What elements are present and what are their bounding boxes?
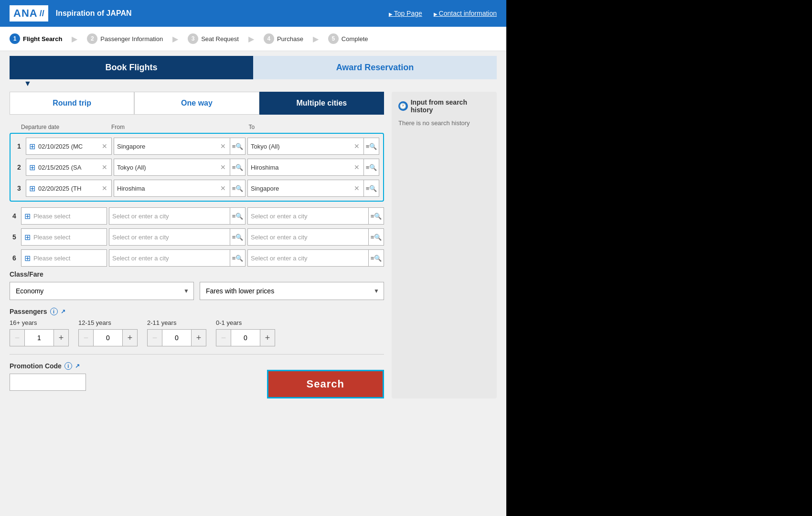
- book-flights-tab[interactable]: Book Flights: [10, 56, 253, 79]
- passengers-row: 16+ years − 1 + 12-15 years −: [10, 319, 384, 346]
- infant-plus-btn[interactable]: +: [260, 329, 275, 346]
- row-num-6: 6: [10, 254, 19, 262]
- flight-row-4: 4 ⊞ Please select Select or enter a city…: [10, 207, 384, 225]
- teen-plus-btn[interactable]: +: [122, 329, 138, 346]
- departure-date-5[interactable]: ⊞ Please select: [21, 228, 107, 246]
- child-plus-btn[interactable]: +: [191, 329, 206, 346]
- to-city-2[interactable]: Hiroshima ✕: [247, 159, 364, 176]
- from-city-5-wrapper: Select or enter a city ≡🔍: [109, 228, 246, 246]
- to-city-1[interactable]: Tokyo (All) ✕: [247, 138, 364, 155]
- clear-to-1[interactable]: ✕: [353, 142, 361, 150]
- date-placeholder-6: Please select: [33, 255, 104, 262]
- departure-date-3[interactable]: ⊞ 02/20/2025 (TH ✕: [26, 180, 112, 197]
- to-search-icon-4[interactable]: ≡🔍: [369, 207, 384, 225]
- clear-date-1[interactable]: ✕: [101, 142, 108, 150]
- departure-date-2[interactable]: ⊞ 02/15/2025 (SA ✕: [26, 159, 112, 176]
- search-button[interactable]: Search: [267, 370, 384, 398]
- promo-ext-link[interactable]: ↗: [75, 363, 80, 369]
- logo-tagline: Inspiration of JAPAN: [56, 9, 132, 18]
- promo-info-icon[interactable]: i: [64, 362, 72, 370]
- step-1[interactable]: 1 Flight Search: [10, 33, 62, 44]
- from-search-icon-1[interactable]: ≡🔍: [230, 138, 246, 155]
- step-5-label: Complete: [342, 35, 368, 43]
- step-divider-2: ▶: [172, 34, 178, 43]
- to-city-6[interactable]: Select or enter a city: [247, 249, 369, 267]
- step-3-num: 3: [188, 33, 198, 44]
- from-text-3: Hiroshima: [117, 185, 219, 192]
- to-placeholder-6: Select or enter a city: [251, 255, 365, 262]
- step-divider-1: ▶: [72, 34, 77, 43]
- from-text-2: Tokyo (All): [117, 164, 219, 171]
- clear-from-3[interactable]: ✕: [219, 184, 227, 192]
- top-page-link[interactable]: Top Page: [389, 10, 422, 17]
- clear-from-2[interactable]: ✕: [219, 163, 227, 171]
- contact-link[interactable]: Contact information: [434, 10, 497, 17]
- from-search-icon-3[interactable]: ≡🔍: [230, 180, 246, 197]
- adult-plus-btn[interactable]: +: [53, 329, 69, 346]
- passengers-ext-link[interactable]: ↗: [61, 308, 65, 315]
- to-search-icon-5[interactable]: ≡🔍: [369, 228, 384, 246]
- flight-row-1: 1 ⊞ 02/10/2025 (MC ✕ Singapore ✕ ≡🔍: [14, 138, 379, 155]
- from-city-2-wrapper: Tokyo (All) ✕ ≡🔍: [114, 159, 246, 176]
- round-trip-tab[interactable]: Round trip: [10, 92, 134, 115]
- tab-arrow: [10, 79, 497, 88]
- multiple-cities-tab[interactable]: Multiple cities: [259, 92, 384, 115]
- date-placeholder-4: Please select: [33, 213, 104, 220]
- to-city-4[interactable]: Select or enter a city: [247, 207, 369, 225]
- clear-date-2[interactable]: ✕: [101, 163, 108, 171]
- from-city-6[interactable]: Select or enter a city: [109, 249, 230, 267]
- to-city-4-wrapper: Select or enter a city ≡🔍: [247, 207, 384, 225]
- departure-date-6[interactable]: ⊞ Please select: [21, 249, 107, 267]
- from-city-1[interactable]: Singapore ✕: [114, 138, 230, 155]
- to-search-icon-6[interactable]: ≡🔍: [369, 249, 384, 267]
- clear-to-3[interactable]: ✕: [353, 184, 361, 192]
- clear-date-3[interactable]: ✕: [101, 184, 108, 192]
- award-reservation-tab[interactable]: Award Reservation: [253, 56, 497, 79]
- step-2[interactable]: 2 Passenger Information: [87, 33, 163, 44]
- from-city-2[interactable]: Tokyo (All) ✕: [114, 159, 230, 176]
- clear-from-1[interactable]: ✕: [219, 142, 227, 150]
- divider: [10, 354, 384, 355]
- logo-area: ANA // Inspiration of JAPAN: [10, 5, 132, 22]
- class-fare-row: Economy Business First ▼ Fares with lowe…: [10, 282, 384, 300]
- from-city-3[interactable]: Hiroshima ✕: [114, 180, 230, 197]
- from-search-icon-5[interactable]: ≡🔍: [230, 228, 246, 246]
- to-search-icon-1[interactable]: ≡🔍: [364, 138, 379, 155]
- teen-count: 0: [94, 329, 122, 346]
- from-city-5[interactable]: Select or enter a city: [109, 228, 230, 246]
- class-select[interactable]: Economy Business First: [10, 282, 194, 300]
- adult-counter: − 1 +: [10, 329, 69, 346]
- step-4[interactable]: 4 Purchase: [264, 33, 303, 44]
- step-3-label: Seat Request: [201, 35, 239, 43]
- clear-to-2[interactable]: ✕: [353, 163, 361, 171]
- child-minus-btn[interactable]: −: [147, 329, 162, 346]
- teen-minus-btn[interactable]: −: [78, 329, 94, 346]
- history-panel: 🕐 Input from search history There is no …: [392, 92, 497, 398]
- from-search-icon-6[interactable]: ≡🔍: [230, 249, 246, 267]
- to-header: To: [249, 122, 367, 131]
- infant-minus-btn[interactable]: −: [216, 329, 231, 346]
- departure-date-1[interactable]: ⊞ 02/10/2025 (MC ✕: [26, 138, 112, 155]
- infant-count: 0: [231, 329, 260, 346]
- fare-select[interactable]: Fares with lower prices All Fares: [200, 282, 384, 300]
- one-way-tab[interactable]: One way: [134, 92, 259, 115]
- step-3[interactable]: 3 Seat Request: [188, 33, 239, 44]
- passengers-info-icon[interactable]: i: [50, 308, 58, 315]
- promo-input[interactable]: [10, 374, 86, 391]
- filled-flights-container: 1 ⊞ 02/10/2025 (MC ✕ Singapore ✕ ≡🔍: [10, 133, 384, 202]
- history-empty-message: There is no search history: [398, 119, 490, 127]
- from-city-4[interactable]: Select or enter a city: [109, 207, 230, 225]
- departure-date-4[interactable]: ⊞ Please select: [21, 207, 107, 225]
- adult-age-label: 16+ years: [10, 319, 69, 326]
- to-city-5[interactable]: Select or enter a city: [247, 228, 369, 246]
- to-search-icon-2[interactable]: ≡🔍: [364, 159, 379, 176]
- from-search-icon-2[interactable]: ≡🔍: [230, 159, 246, 176]
- column-headers: Departure date From To: [21, 122, 384, 131]
- to-search-icon-3[interactable]: ≡🔍: [364, 180, 379, 197]
- to-city-3[interactable]: Singapore ✕: [247, 180, 364, 197]
- from-search-icon-4[interactable]: ≡🔍: [230, 207, 246, 225]
- step-5[interactable]: 5 Complete: [328, 33, 368, 44]
- passengers-section: Passengers i ↗ 16+ years − 1 +: [10, 308, 384, 346]
- adult-minus-btn[interactable]: −: [10, 329, 25, 346]
- from-city-4-wrapper: Select or enter a city ≡🔍: [109, 207, 246, 225]
